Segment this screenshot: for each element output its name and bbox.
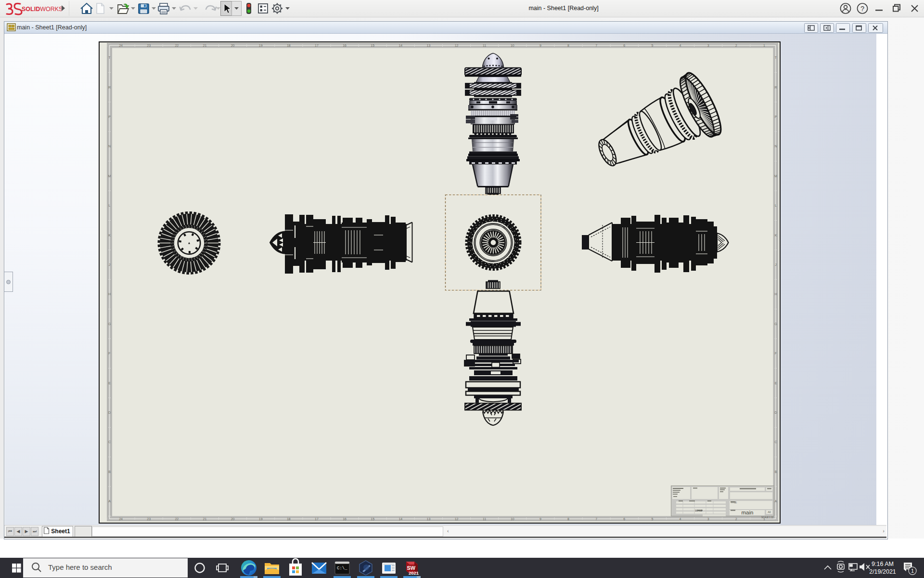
svg-text:F: F xyxy=(108,352,110,355)
svg-text:14: 14 xyxy=(398,517,402,521)
svg-text:K: K xyxy=(775,234,777,237)
svg-text:D: D xyxy=(108,411,111,414)
svg-text:5: 5 xyxy=(651,44,653,47)
svg-text:2: 2 xyxy=(735,517,737,521)
svg-text:21: 21 xyxy=(203,517,207,521)
svg-text:SCALE 1:10: SCALE 1:10 xyxy=(761,516,774,519)
svg-text:24: 24 xyxy=(119,517,123,521)
svg-text:J: J xyxy=(109,263,111,266)
svg-text:11: 11 xyxy=(483,44,486,47)
svg-text:D: D xyxy=(774,411,777,414)
svg-text:N: N xyxy=(774,144,777,148)
svg-text:20: 20 xyxy=(231,517,235,521)
svg-text:T: T xyxy=(108,56,111,59)
svg-text:A0: A0 xyxy=(768,511,771,513)
svg-text:12: 12 xyxy=(455,44,459,47)
svg-text:16: 16 xyxy=(343,44,346,47)
svg-text:7: 7 xyxy=(595,44,597,47)
svg-text:20: 20 xyxy=(231,44,235,47)
svg-text:3: 3 xyxy=(707,44,709,47)
svg-text:2: 2 xyxy=(735,44,737,47)
svg-text:H: H xyxy=(108,292,111,296)
svg-text:G: G xyxy=(108,322,111,326)
svg-text:19: 19 xyxy=(259,44,263,47)
svg-text:T: T xyxy=(775,56,777,59)
svg-text:16: 16 xyxy=(343,517,346,521)
svg-text:L: L xyxy=(775,204,777,207)
svg-text:17: 17 xyxy=(315,44,319,47)
svg-text:11: 11 xyxy=(483,517,486,521)
svg-text:9: 9 xyxy=(539,517,541,521)
svg-text:M: M xyxy=(774,174,777,178)
svg-text:24: 24 xyxy=(119,44,123,47)
svg-text:main: main xyxy=(742,510,754,515)
svg-text:6: 6 xyxy=(623,517,625,521)
svg-text:13: 13 xyxy=(427,44,431,47)
svg-text:10: 10 xyxy=(511,44,514,47)
svg-text:13: 13 xyxy=(427,517,431,521)
svg-text:A: A xyxy=(108,499,111,503)
svg-text:C: C xyxy=(108,440,111,444)
svg-text:8: 8 xyxy=(567,517,569,521)
svg-text:C: C xyxy=(774,440,777,444)
svg-text:P: P xyxy=(108,115,111,118)
svg-text:L: L xyxy=(109,204,111,207)
svg-text:18: 18 xyxy=(287,517,291,521)
svg-text:1: 1 xyxy=(763,44,765,47)
svg-text:R: R xyxy=(774,86,777,89)
svg-text:17: 17 xyxy=(315,517,319,521)
svg-text:N: N xyxy=(108,144,111,148)
svg-text:H: H xyxy=(774,292,777,296)
svg-text:E: E xyxy=(775,381,777,385)
svg-text:4: 4 xyxy=(680,517,681,521)
svg-text:R: R xyxy=(108,86,111,89)
svg-text:22: 22 xyxy=(175,517,179,521)
svg-text:5: 5 xyxy=(651,517,653,521)
svg-text:SCALE: SCALE xyxy=(695,510,702,512)
svg-text:9: 9 xyxy=(539,44,541,47)
svg-text:TITLE:: TITLE: xyxy=(731,501,737,504)
svg-text:M: M xyxy=(108,174,111,178)
svg-text:F: F xyxy=(775,352,777,355)
svg-text:B: B xyxy=(775,470,777,473)
svg-text:B: B xyxy=(108,470,111,473)
svg-text:12: 12 xyxy=(455,517,459,521)
svg-text:23: 23 xyxy=(147,517,151,521)
svg-text:K: K xyxy=(108,234,111,237)
svg-text:21: 21 xyxy=(203,44,207,47)
svg-text:J: J xyxy=(775,263,777,266)
svg-text:14: 14 xyxy=(398,44,402,47)
svg-text:18: 18 xyxy=(287,44,291,47)
svg-text:15: 15 xyxy=(371,44,374,47)
svg-text:3: 3 xyxy=(707,517,709,521)
svg-text:7: 7 xyxy=(595,517,597,521)
svg-text:A: A xyxy=(775,499,777,503)
svg-text:19: 19 xyxy=(259,517,263,521)
svg-text:4: 4 xyxy=(680,44,681,47)
svg-text:15: 15 xyxy=(371,517,374,521)
svg-text:10: 10 xyxy=(511,517,514,521)
svg-text:E: E xyxy=(108,381,111,385)
svg-text:P: P xyxy=(775,115,777,118)
svg-text:6: 6 xyxy=(623,44,625,47)
svg-text:8: 8 xyxy=(567,44,569,47)
svg-text:G: G xyxy=(774,322,777,326)
svg-text:22: 22 xyxy=(175,44,179,47)
svg-text:23: 23 xyxy=(147,44,151,47)
